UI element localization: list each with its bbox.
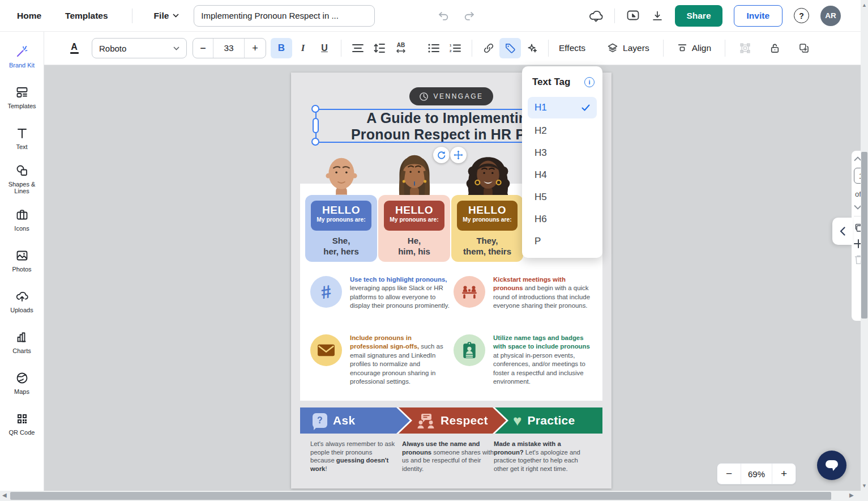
sidebar-item-templates[interactable]: Templates (0, 77, 44, 118)
font-size-value[interactable]: 33 (213, 39, 244, 58)
zoom-level-value[interactable]: 69% (741, 464, 772, 484)
sidebar-item-qr-code[interactable]: QR Code (0, 404, 44, 444)
avatar[interactable]: AR (820, 6, 841, 26)
move-button[interactable] (450, 147, 467, 163)
step-desc-ask[interactable]: Let's always remember to ask people thei… (310, 440, 396, 473)
download-icon[interactable] (651, 10, 664, 22)
effects-button[interactable]: Effects (554, 40, 590, 57)
check-icon (581, 104, 590, 111)
option-label: P (535, 236, 541, 247)
horizontal-scrollbar-thumb[interactable] (10, 492, 831, 500)
pronoun-badge-she[interactable]: HELLO My pronouns are: She, her, hers (305, 195, 377, 262)
letter-spacing-button[interactable]: AB (390, 38, 412, 58)
tip-body: at physical in-person events, conference… (493, 352, 585, 385)
vertical-scrollbar-thumb[interactable] (861, 152, 867, 319)
selection-handle-bottom-left[interactable] (311, 138, 319, 146)
text-tag-option-h3[interactable]: H3 (522, 142, 602, 164)
sidebar-item-text[interactable]: Text (0, 118, 44, 159)
meeting-icon[interactable] (454, 276, 485, 308)
step-respect[interactable]: Respect (396, 407, 506, 434)
document-title-input[interactable] (194, 5, 375, 27)
selection-handle-top-left[interactable] (311, 105, 319, 113)
sidebar-item-maps[interactable]: Maps (0, 363, 44, 404)
text-align-button[interactable] (347, 38, 369, 58)
scroll-up-arrow[interactable]: ▲ (861, 2, 868, 8)
slack-hashtag-icon[interactable]: # (310, 276, 342, 308)
numbered-list-button[interactable]: 12 (444, 38, 466, 58)
step-desc-respect[interactable]: Always use the name and pronouns someone… (402, 440, 494, 473)
sidebar-item-charts[interactable]: Charts (0, 322, 44, 363)
text-color-button[interactable]: A (63, 38, 85, 58)
venngage-logo-pill[interactable]: VENNGAGE (409, 87, 493, 105)
rotate-button[interactable] (433, 147, 450, 163)
vertical-scrollbar[interactable]: ▲ ▼ (861, 0, 868, 491)
layers-button[interactable]: Layers (602, 39, 654, 57)
text-tag-option-h2[interactable]: H2 (522, 120, 602, 142)
italic-button[interactable]: I (292, 38, 314, 58)
nav-templates[interactable]: Templates (65, 11, 108, 21)
sidebar-item-brand-kit[interactable]: Brand Kit (0, 36, 44, 77)
redo-icon[interactable] (463, 10, 476, 22)
share-button[interactable]: Share (675, 5, 722, 27)
sidebar-item-shapes-lines[interactable]: Shapes & Lines (0, 159, 44, 199)
align-button[interactable]: Align (673, 40, 716, 57)
text-tag-option-h4[interactable]: H4 (522, 164, 602, 186)
briefcase-icon (15, 208, 29, 222)
link-button[interactable] (478, 38, 499, 58)
nav-home[interactable]: Home (17, 11, 41, 21)
horizontal-scrollbar[interactable]: ◀ ▶ (0, 491, 868, 501)
sidebar-item-uploads[interactable]: Uploads (0, 281, 44, 322)
font-family-select[interactable]: Roboto (92, 38, 187, 58)
badge-hello-text: HELLO (311, 204, 371, 216)
scroll-down-arrow[interactable]: ▼ (861, 483, 868, 489)
help-button[interactable]: ? (794, 8, 809, 23)
lock-button[interactable] (764, 38, 785, 58)
tip-body: leveraging apps like Slack or HR platfor… (350, 285, 450, 309)
pronoun-badge-they[interactable]: HELLO My pronouns are: They, them, their… (451, 195, 523, 262)
align-label: Align (692, 43, 711, 53)
cloud-sync-icon[interactable] (588, 9, 603, 23)
zoom-out-button[interactable]: − (717, 464, 741, 484)
info-icon[interactable]: i (584, 77, 595, 87)
name-badge-icon[interactable] (454, 334, 485, 366)
scroll-left-arrow[interactable]: ◀ (2, 492, 7, 498)
magic-effects-button[interactable] (521, 38, 542, 58)
undo-icon[interactable] (437, 10, 450, 22)
step-practice[interactable]: ♥ Practice (493, 407, 602, 434)
preview-icon[interactable] (626, 10, 640, 22)
text-tag-option-h6[interactable]: H6 (522, 208, 602, 230)
sidebar-item-photos[interactable]: Photos (0, 240, 44, 281)
pronoun-badge-he[interactable]: HELLO My pronouns are: He, him, his (378, 195, 450, 262)
steps-band[interactable]: ? Ask Respect ♥ Practice (300, 407, 602, 434)
step-desc-practice[interactable]: Made a mistake with a pronoun? Let's apo… (494, 440, 589, 473)
text-tag-option-p[interactable]: P (522, 230, 602, 252)
canvas-area[interactable]: VENNGAGE A Guide to Implementing Pronoun… (44, 65, 868, 491)
selection-handle-left-middle[interactable] (313, 118, 319, 133)
font-size-increase[interactable]: + (244, 39, 266, 58)
file-menu-button[interactable]: File (154, 11, 179, 21)
scroll-right-arrow[interactable]: ▶ (849, 492, 854, 498)
envelope-icon[interactable] (310, 334, 342, 366)
sidebar-item-icons[interactable]: Icons (0, 199, 44, 240)
chat-support-button[interactable] (817, 451, 846, 480)
bullet-list-button[interactable] (423, 38, 444, 58)
duplicate-button[interactable] (793, 38, 815, 58)
tip-text-tech[interactable]: Use tech to highlight pronouns, leveragi… (350, 275, 450, 311)
font-size-decrease[interactable]: − (193, 39, 213, 58)
bold-button[interactable]: B (271, 38, 292, 58)
text-tag-option-h5[interactable]: H5 (522, 186, 602, 208)
tip-text-nametags[interactable]: Utilize name tags and badges with space … (493, 334, 593, 386)
option-label: H3 (535, 147, 547, 159)
collapse-panel-button[interactable] (832, 218, 853, 245)
line-spacing-button[interactable] (369, 38, 390, 58)
step-ask[interactable]: ? Ask (300, 407, 410, 434)
text-tag-button[interactable] (499, 38, 521, 58)
sidebar-label: Uploads (2, 307, 42, 314)
tip-text-meetings[interactable]: Kickstart meetings with pronouns and beg… (493, 275, 593, 311)
venngage-mark-icon (419, 92, 429, 101)
zoom-in-button[interactable]: + (772, 464, 796, 484)
text-tag-option-h1[interactable]: H1 (528, 97, 597, 118)
tip-text-signoffs[interactable]: Include pronouns in professional sign-of… (350, 334, 450, 386)
underline-button[interactable]: U (314, 38, 335, 58)
invite-button[interactable]: Invite (734, 5, 783, 27)
